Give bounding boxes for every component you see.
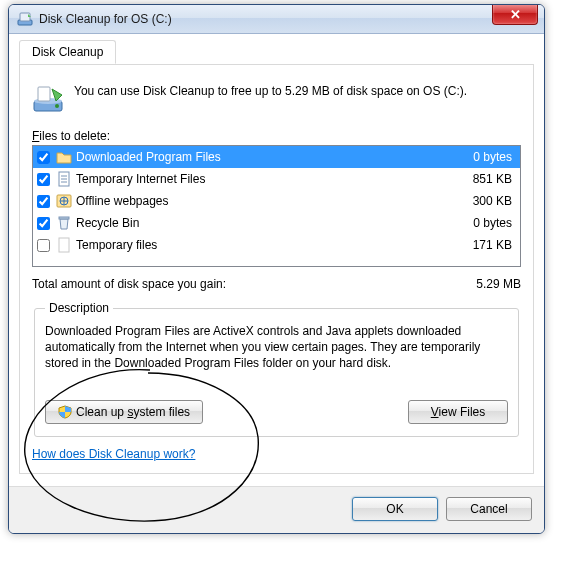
svg-rect-12 (59, 217, 69, 219)
dialog-body: Disk Cleanup You can use Disk Cleanup to… (9, 34, 544, 486)
files-listbox[interactable]: Downloaded Program Files0 bytesTemporary… (32, 145, 521, 267)
list-item[interactable]: Temporary files171 KB (33, 234, 520, 256)
file-type-icon (56, 193, 72, 209)
ok-button[interactable]: OK (352, 497, 438, 521)
total-value: 5.29 MB (441, 277, 521, 291)
svg-point-5 (55, 104, 59, 108)
titlebar[interactable]: Disk Cleanup for OS (C:) ✕ (9, 5, 544, 34)
tab-disk-cleanup[interactable]: Disk Cleanup (19, 40, 116, 64)
file-type-icon (56, 171, 72, 187)
file-name: Temporary files (76, 238, 438, 252)
shield-icon (58, 405, 72, 419)
file-type-icon (56, 237, 72, 253)
file-type-icon (56, 215, 72, 231)
file-checkbox[interactable] (37, 195, 50, 208)
intro-text: You can use Disk Cleanup to free up to 5… (74, 83, 467, 99)
disk-cleanup-icon (17, 11, 33, 27)
description-text: Downloaded Program Files are ActiveX con… (45, 323, 508, 372)
list-item[interactable]: Offline webpages300 KB (33, 190, 520, 212)
list-item[interactable]: Recycle Bin0 bytes (33, 212, 520, 234)
disk-cleanup-dialog: Disk Cleanup for OS (C:) ✕ Disk Cleanup (8, 4, 545, 534)
view-files-button[interactable]: View Files (408, 400, 508, 424)
help-link[interactable]: How does Disk Cleanup work? (32, 447, 195, 461)
tab-content: Disk Cleanup You can use Disk Cleanup to… (19, 64, 534, 474)
file-checkbox[interactable] (37, 239, 50, 252)
description-legend: Description (45, 301, 113, 315)
file-name: Recycle Bin (76, 216, 438, 230)
cleanup-hero-icon (32, 83, 64, 115)
svg-rect-4 (38, 87, 50, 101)
list-item[interactable]: Downloaded Program Files0 bytes (33, 146, 520, 168)
intro-section: You can use Disk Cleanup to free up to 5… (32, 83, 521, 115)
close-button[interactable]: ✕ (492, 4, 538, 25)
cleanup-system-files-button[interactable]: Clean up system files (45, 400, 203, 424)
window-title: Disk Cleanup for OS (C:) (39, 12, 172, 26)
total-label: Total amount of disk space you gain: (32, 277, 441, 291)
file-size: 300 KB (442, 194, 516, 208)
file-checkbox[interactable] (37, 217, 50, 230)
file-name: Temporary Internet Files (76, 172, 438, 186)
dialog-button-bar: OK Cancel (9, 486, 544, 533)
description-group: Description Downloaded Program Files are… (34, 301, 519, 437)
file-type-icon (56, 149, 72, 165)
cancel-button[interactable]: Cancel (446, 497, 532, 521)
list-item[interactable]: Temporary Internet Files851 KB (33, 168, 520, 190)
file-size: 171 KB (442, 238, 516, 252)
total-row: Total amount of disk space you gain: 5.2… (32, 277, 521, 291)
files-to-delete-label: Files to delete: (32, 129, 521, 143)
close-icon: ✕ (510, 7, 521, 22)
file-size: 851 KB (442, 172, 516, 186)
file-size: 0 bytes (442, 150, 516, 164)
file-name: Offline webpages (76, 194, 438, 208)
file-name: Downloaded Program Files (76, 150, 438, 164)
svg-rect-13 (59, 238, 69, 252)
file-checkbox[interactable] (37, 151, 50, 164)
file-checkbox[interactable] (37, 173, 50, 186)
file-size: 0 bytes (442, 216, 516, 230)
